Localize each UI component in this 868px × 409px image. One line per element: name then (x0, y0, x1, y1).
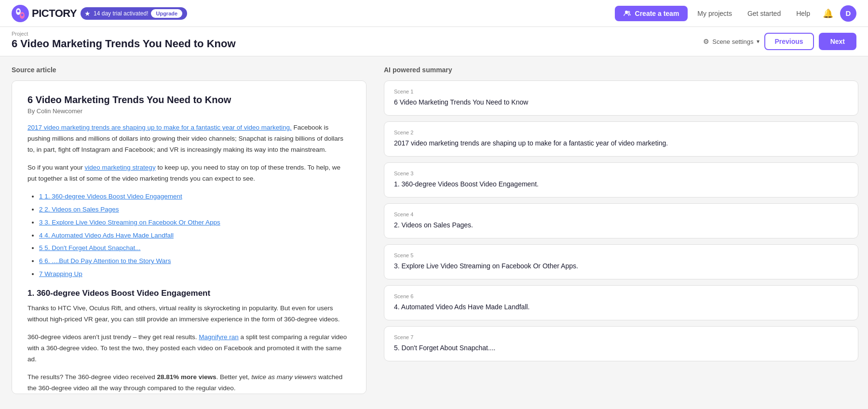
trial-text: 14 day trial activated! (94, 10, 148, 17)
toc-link-7[interactable]: 7 Wrapping Up (39, 270, 82, 277)
scene-text-4: 2. Videos on Sales Pages. (394, 220, 848, 230)
notification-button[interactable]: 🔔 (820, 5, 836, 22)
ai-summary-title: AI powered summary (384, 66, 858, 74)
scene-text-5: 3. Explore Live Video Streaming on Faceb… (394, 261, 848, 271)
scene-label-2: Scene 2 (394, 130, 848, 135)
create-team-label: Create a team (635, 10, 679, 17)
previous-button[interactable]: Previous (764, 33, 814, 50)
project-label: Project (12, 31, 236, 37)
article-paragraph-5: The results? The 360-degree video receiv… (27, 372, 351, 394)
project-bar-right: ⚙ Scene settings ▾ Previous Next (703, 33, 856, 50)
logo-text: PICTORY (32, 7, 77, 20)
toc-link-3[interactable]: 3 3. Explore Live Video Streaming on Fac… (39, 219, 220, 226)
scene-text-6: 4. Automated Video Ads Have Made Landfal… (394, 302, 848, 312)
trial-badge: ★ 14 day trial activated! Upgrade (81, 7, 187, 20)
scene-text-2: 2017 video marketing trends are shaping … (394, 138, 848, 148)
nav-links: Create a team My projects Get started He… (615, 5, 856, 22)
next-button[interactable]: Next (819, 33, 856, 50)
chevron-down-icon: ▾ (757, 38, 760, 45)
project-bar: Project 6 Video Marketing Trends You Nee… (0, 27, 868, 56)
list-item: 2 2. Videos on Sales Pages (39, 204, 351, 215)
magnifyre-link[interactable]: Magnifyre ran (199, 333, 239, 341)
scene-label-7: Scene 7 (394, 334, 848, 340)
article-author: By Colin Newcomer (27, 107, 351, 115)
svg-point-3 (17, 10, 20, 12)
list-item: 6 6. ....But Do Pay Attention to the Sto… (39, 256, 351, 267)
scene-text-1: 6 Video Marketing Trends You Need to Kno… (394, 97, 848, 107)
toc-link-6[interactable]: 6 6. ....But Do Pay Attention to the Sto… (39, 257, 171, 264)
toc-link-5[interactable]: 5 5. Don't Forget About Snapchat... (39, 244, 140, 251)
article-toc-list: 1 1. 360-degree Videos Boost Video Engag… (39, 191, 351, 280)
help-link[interactable]: Help (790, 6, 816, 21)
left-panel: Source article 6 Video Marketing Trends … (0, 56, 376, 409)
people-icon (624, 10, 631, 17)
main-content: Source article 6 Video Marketing Trends … (0, 56, 868, 409)
scene-text-7: 5. Don't Forget About Snapchat.... (394, 343, 848, 353)
scene-label-4: Scene 4 (394, 211, 848, 217)
list-item: 7 Wrapping Up (39, 269, 351, 280)
video-strategy-link[interactable]: video marketing strategy (85, 164, 156, 171)
article-heading-1: 1. 360-degree Videos Boost Video Engagem… (27, 289, 351, 298)
star-icon: ★ (84, 10, 91, 17)
article-paragraph-2: So if you want your video marketing stra… (27, 162, 351, 185)
scene-card-1[interactable]: Scene 16 Video Marketing Trends You Need… (384, 80, 858, 116)
gear-icon: ⚙ (703, 38, 709, 45)
article-highlight-text: 2017 video marketing trends are shaping … (27, 124, 292, 131)
article-paragraph-3: Thanks to HTC Vive, Oculus Rift, and oth… (27, 303, 351, 325)
scene-settings-button[interactable]: ⚙ Scene settings ▾ (703, 38, 759, 45)
toc-link-2[interactable]: 2 2. Videos on Sales Pages (39, 206, 119, 213)
scene-settings-label: Scene settings (712, 38, 753, 45)
paragraph-5-mid: . Better yet, (217, 373, 252, 381)
scene-card-3[interactable]: Scene 31. 360-degree Videos Boost Video … (384, 162, 858, 198)
logo: PICTORY (12, 5, 77, 22)
scene-card-4[interactable]: Scene 42. Videos on Sales Pages. (384, 203, 858, 238)
logo-area: PICTORY ★ 14 day trial activated! Upgrad… (12, 5, 187, 22)
paragraph-5-bold: 28.81% more views (157, 373, 216, 381)
paragraph-5-italic: twice as many viewers (251, 373, 316, 381)
scene-card-5[interactable]: Scene 53. Explore Live Video Streaming o… (384, 244, 858, 279)
list-item: 1 1. 360-degree Videos Boost Video Engag… (39, 191, 351, 202)
scene-label-6: Scene 6 (394, 293, 848, 299)
upgrade-button[interactable]: Upgrade (151, 9, 182, 18)
list-item: 3 3. Explore Live Video Streaming on Fac… (39, 217, 351, 228)
list-item: 5 5. Don't Forget About Snapchat... (39, 243, 351, 254)
toc-link-1[interactable]: 1 1. 360-degree Videos Boost Video Engag… (39, 193, 182, 200)
article-title: 6 Video Marketing Trends You Need to Kno… (27, 94, 351, 106)
right-panel: AI powered summary Scene 16 Video Market… (376, 56, 868, 409)
toc-link-4[interactable]: 4 4. Automated Video Ads Have Made Landf… (39, 232, 174, 239)
scene-label-1: Scene 1 (394, 89, 848, 94)
scene-card-6[interactable]: Scene 64. Automated Video Ads Have Made … (384, 285, 858, 320)
scene-label-3: Scene 3 (394, 171, 848, 176)
header: PICTORY ★ 14 day trial activated! Upgrad… (0, 0, 868, 27)
scenes-container: Scene 16 Video Marketing Trends You Need… (384, 80, 858, 361)
list-item: 4 4. Automated Video Ads Have Made Landf… (39, 230, 351, 241)
article-paragraph-1: 2017 video marketing trends are shaping … (27, 122, 351, 156)
scene-card-2[interactable]: Scene 22017 video marketing trends are s… (384, 121, 858, 157)
svg-point-5 (625, 11, 628, 13)
article-paragraph-4: 360-degree videos aren't just trendy – t… (27, 332, 351, 365)
scene-text-3: 1. 360-degree Videos Boost Video Engagem… (394, 179, 848, 189)
scene-label-5: Scene 5 (394, 252, 848, 258)
avatar[interactable]: D (840, 5, 856, 22)
svg-point-6 (627, 11, 630, 13)
source-article-title: Source article (12, 66, 366, 74)
create-team-button[interactable]: Create a team (615, 6, 688, 21)
pictory-logo-icon (12, 5, 29, 22)
project-info: Project 6 Video Marketing Trends You Nee… (12, 31, 236, 50)
scene-card-7[interactable]: Scene 75. Don't Forget About Snapchat...… (384, 326, 858, 361)
get-started-link[interactable]: Get started (742, 6, 787, 21)
my-projects-link[interactable]: My projects (692, 6, 738, 21)
project-title: 6 Video Marketing Trends You Need to Kno… (12, 38, 236, 50)
svg-point-4 (21, 13, 24, 16)
paragraph-5-pre: The results? The 360-degree video receiv… (27, 373, 157, 381)
article-box: 6 Video Marketing Trends You Need to Kno… (12, 80, 366, 394)
